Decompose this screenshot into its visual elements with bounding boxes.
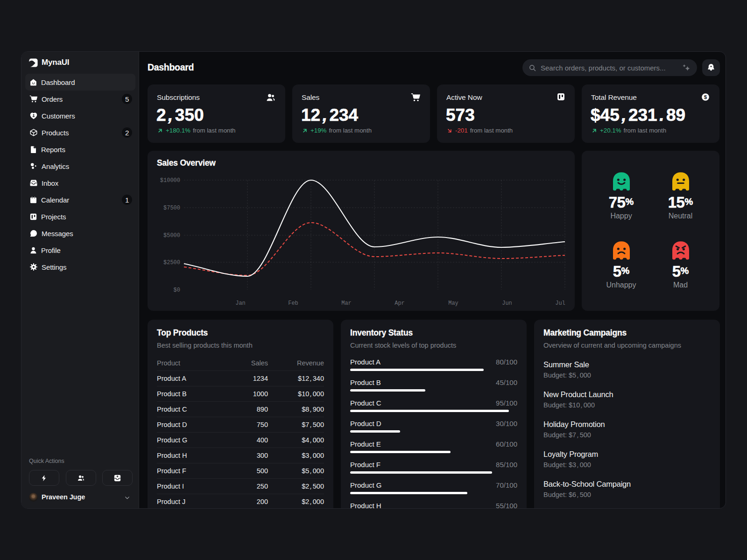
svg-text:Jul: Jul — [555, 300, 565, 307]
svg-text:$0: $0 — [174, 287, 180, 294]
svg-text:Jan: Jan — [235, 300, 246, 307]
svg-text:Apr: Apr — [395, 300, 405, 307]
svg-text:$5000: $5000 — [163, 232, 180, 239]
svg-text:$: $ — [704, 94, 707, 100]
svg-text:Mar: Mar — [341, 300, 352, 307]
svg-text:May: May — [448, 300, 458, 307]
svg-text:Feb: Feb — [288, 300, 298, 307]
svg-text:$2500: $2500 — [163, 259, 180, 266]
svg-text:$10000: $10000 — [160, 177, 180, 184]
svg-text:$7500: $7500 — [163, 205, 180, 211]
svg-text:Jun: Jun — [502, 300, 512, 307]
